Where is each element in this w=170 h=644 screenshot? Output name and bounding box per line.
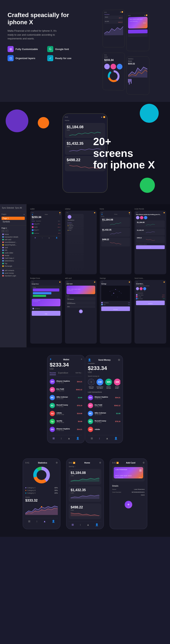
send-txn-amount-eva: $342.12 xyxy=(114,404,120,406)
send-money-phone: 👤 Send Money ⚙ Available $233.34 USD Sen… xyxy=(85,355,123,443)
wallet-bottom-nav: ⊞ ↕ ▲ 👤 xyxy=(50,435,82,440)
txn-info-eva: Eva Todd 29 May 2018 xyxy=(57,388,75,391)
send-balance: $233.34 xyxy=(88,365,120,371)
google-font-label: Google font xyxy=(55,48,69,50)
contact-warren[interactable]: WN Warren Normac xyxy=(105,379,112,389)
add-card-btn-container: + xyxy=(112,501,145,508)
nav-stats-icon[interactable]: ▲ xyxy=(68,437,70,440)
send-txn-adobe: Ad Adobe xyxy=(88,426,120,433)
blob-teal xyxy=(140,104,159,123)
layer-label-notchtop: Notch/Top/whi... xyxy=(4,244,17,246)
nav-home-icon[interactable]: ⊞ xyxy=(53,437,55,440)
wallet-gear-icon[interactable]: ⚙ xyxy=(81,358,82,361)
layers-view-btn[interactable]: ⊞ xyxy=(1,230,5,232)
layer-cardcopy[interactable]: Card Copy 2 xyxy=(1,257,25,260)
home-nav-stats[interactable]: ▲ xyxy=(87,523,89,526)
layer-sendmoney[interactable]: send money xyxy=(1,272,25,274)
organized-label: Organized layers xyxy=(15,57,35,60)
layer-rectangle[interactable]: Rectangle xyxy=(1,265,25,268)
card-expiry: 03/22 xyxy=(139,477,142,478)
home-nav-transfer[interactable]: ↕ xyxy=(80,523,81,526)
tab-income[interactable]: Income xyxy=(50,372,56,375)
contact-christopher[interactable]: CM Christopher McCallum xyxy=(96,379,103,389)
figma-screen-invite: invite friends 9:41📶 Earn Bonus points b… xyxy=(135,208,166,274)
stats-nav-transfer[interactable]: ↕ xyxy=(36,520,38,523)
add-card-visual-section: Luke Robertson ⊞ 5410 1255 0123 4212 Luk… xyxy=(112,466,145,482)
page1-item[interactable]: Page 1 xyxy=(1,217,25,220)
pages-label: Pages xyxy=(1,213,6,215)
send-nav-home-icon[interactable]: ⊞ xyxy=(91,437,93,440)
stats-nav-profile[interactable]: 👤 xyxy=(52,520,55,523)
figma-screen-sidebar: sidebar 9:41📶 Luke Robertson ◉Analytics … xyxy=(65,208,97,274)
home-gear-icon[interactable]: ⚙ xyxy=(99,462,101,464)
addcard-gear-icon[interactable]: ⚙ xyxy=(143,462,145,464)
sort-by[interactable]: Sort by ↓ xyxy=(75,372,82,375)
home-bal-amount-2: $1,432.35 xyxy=(71,488,99,492)
send-txn-eva: ET Eva Todd 29 May 2018 $342.12 xyxy=(88,402,120,409)
stats-header: 9:41 Statistics ⚙ xyxy=(25,462,58,464)
home-nav-home[interactable]: ⊞ xyxy=(72,523,74,526)
showcase-line2: screens xyxy=(93,147,133,159)
home-bal-3: $498.22 USD xyxy=(69,504,101,519)
send-txn-info-eva: Eva Todd 29 May 2018 xyxy=(95,404,113,407)
send-txn-russell: RC Russell Casey 17 Jul 2018 $78.19 xyxy=(88,418,120,425)
layer-modal[interactable]: Modal xyxy=(1,254,25,257)
txn-eleanor2: EH Eleanor Hopkins 11 Mar 2018 $34.21 xyxy=(50,426,82,433)
layer-login[interactable]: Standard Login xyxy=(1,274,25,277)
send-nav-stats-icon[interactable]: ▲ xyxy=(106,437,108,440)
nav-transfer-icon[interactable]: ↕ xyxy=(61,437,62,440)
send-nav-profile-icon[interactable]: 👤 xyxy=(114,437,117,440)
layer-home[interactable]: home xyxy=(1,233,25,236)
txn-adobe: Ad Adobe 06 Nov 2018 $19.99 xyxy=(50,410,82,417)
txn-info-eleanor: Eleanor Hopkins 17 Jun 2018 xyxy=(57,380,75,383)
send-gear-icon[interactable]: ⚙ xyxy=(118,358,120,362)
layer-addcard[interactable]: add card xyxy=(1,238,25,241)
stats-nav-stats[interactable]: ▲ xyxy=(43,520,46,523)
add-card-button[interactable]: + xyxy=(125,501,132,508)
layer-cards-slider[interactable]: cards slider xyxy=(1,252,25,254)
blob-green xyxy=(140,178,155,193)
bottom-phones-section: 9:41 Statistics ⚙ ■ Category A 4 xyxy=(0,451,170,537)
legend-color-3: ■ xyxy=(25,492,26,494)
layers-list-btn[interactable]: ≡ xyxy=(5,230,8,232)
layer-label-home: home xyxy=(4,233,9,235)
donut-chart xyxy=(32,466,51,484)
add-page-btn[interactable]: + xyxy=(23,213,25,216)
layer-dot-notchtop xyxy=(2,244,4,246)
contact-evelyn[interactable]: EM Evelyn McBo... xyxy=(114,379,120,389)
symbols-item[interactable]: Symbols xyxy=(1,220,25,223)
send-txn-name-eva: Eva Todd xyxy=(95,404,113,406)
home-nav-profile[interactable]: 👤 xyxy=(95,523,98,526)
txn-avatar-adobe: Ad xyxy=(50,411,55,416)
layer-top[interactable]: Top xyxy=(1,262,25,265)
nav-profile-icon[interactable]: 👤 xyxy=(76,437,79,440)
contact-add[interactable]: + Add new contact xyxy=(88,379,95,389)
layer-addcontacts[interactable]: add contacts xyxy=(1,269,25,272)
layer-card[interactable]: card xyxy=(1,246,25,249)
add-contact-btn[interactable]: + xyxy=(88,379,95,386)
statistics-phone: 9:41 Statistics ⚙ ■ Category A 4 xyxy=(23,458,60,529)
home-bal-amount-3: $498.22 xyxy=(71,505,99,509)
tab-expenditure[interactable]: Expenditure xyxy=(58,372,68,375)
send-nav-transfer-icon[interactable]: ↕ xyxy=(99,437,100,440)
layer-notchtop[interactable]: Notch/Top/whi... xyxy=(1,244,25,246)
svg-line-13 xyxy=(110,290,116,291)
layer-label-info: info xyxy=(4,249,7,251)
layer-bottommenu[interactable]: bottomMenu xyxy=(1,260,25,262)
layer-info[interactable]: info xyxy=(1,249,25,252)
txn-avatar-mike: MC xyxy=(50,395,55,400)
txn-avatar-eleanor: EH xyxy=(50,379,55,384)
layer-notchbottom[interactable]: Notch/Bottom/... xyxy=(1,241,25,244)
stats-gear-icon[interactable]: ⚙ xyxy=(56,462,58,464)
contact-name-warren: Warren Normac xyxy=(105,386,112,389)
card-number-display: 5410 1255 0123 4212 xyxy=(115,475,142,476)
showcase-headline: 20+ screens for iphone X xyxy=(93,136,155,171)
figma-screen-savings: Savings 9:41📶 Savings xyxy=(100,277,131,344)
send-back-icon[interactable]: 👤 xyxy=(88,358,91,362)
sync-all-btn[interactable]: Sync All xyxy=(15,207,22,209)
sync-selected-btn[interactable]: Sync Selected xyxy=(2,207,14,209)
stats-nav-home[interactable]: ⊞ xyxy=(28,520,30,523)
figma-screen-addcard: add card 9:41📶 Add Card 5410 1255 0123 4… xyxy=(65,277,97,344)
layer-dot-top xyxy=(2,263,4,264)
layer-transaction[interactable]: transaction details xyxy=(1,236,25,238)
